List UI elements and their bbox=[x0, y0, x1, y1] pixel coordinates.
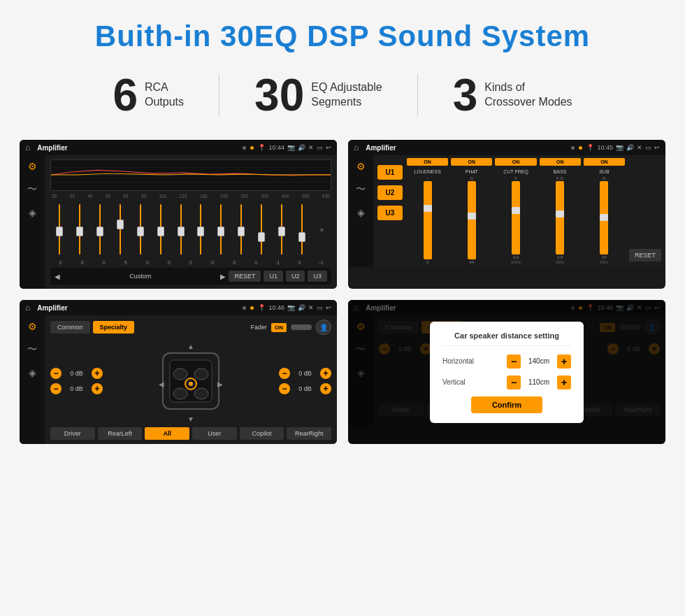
crossover-status-bar: ⌂ Amplifier 📍 10:45 📷 🔊 ✕ ▭ ↩ bbox=[348, 140, 665, 155]
vertical-plus-btn[interactable]: + bbox=[557, 375, 571, 389]
confirm-button[interactable]: Confirm bbox=[471, 396, 542, 413]
fader-avatar: 👤 bbox=[316, 320, 331, 335]
slider-10[interactable] bbox=[232, 204, 251, 255]
crossover-sidebar-icon-3[interactable]: ◈ bbox=[357, 207, 365, 218]
horizontal-plus-btn[interactable]: + bbox=[557, 354, 571, 368]
crossover-sidebar-icon-2[interactable]: 〜 bbox=[356, 183, 366, 196]
slider-6[interactable] bbox=[151, 204, 170, 255]
crossover-channels: ON LOUDNESS ~ 0 bbox=[407, 158, 625, 264]
crossover-content: ⚙ 〜 ◈ U1 U2 U3 ON bbox=[348, 155, 665, 267]
slider-12[interactable] bbox=[272, 204, 291, 255]
horizontal-stepper: − 140cm + bbox=[507, 354, 571, 368]
db-row-2: − 0 dB + bbox=[50, 383, 103, 394]
eq-main: 25 32 40 50 63 80 100 125 160 200 250 32… bbox=[45, 155, 337, 289]
u2-btn[interactable]: U2 bbox=[286, 271, 305, 282]
status-dot-2 bbox=[250, 146, 254, 150]
slider-13[interactable] bbox=[292, 204, 311, 255]
volume-icon: 🔊 bbox=[298, 144, 305, 151]
rearleft-btn[interactable]: RearLeft bbox=[98, 427, 143, 440]
crossover-status-icons: 📍 10:45 📷 🔊 ✕ ▭ ↩ bbox=[586, 144, 660, 151]
distance-dialog: Car speaker distance setting Horizontal … bbox=[430, 322, 584, 423]
db-minus-3[interactable]: − bbox=[279, 368, 290, 379]
rearright-btn[interactable]: RearRight bbox=[287, 427, 331, 440]
copilot-btn[interactable]: Copilot bbox=[240, 427, 284, 440]
channel-loudness: ON LOUDNESS ~ 0 bbox=[407, 158, 448, 264]
user-btn[interactable]: User bbox=[192, 427, 237, 440]
u1-crossover-btn[interactable]: U1 bbox=[377, 165, 403, 180]
freq-63: 63 bbox=[123, 194, 128, 199]
eq-controls: ◀ Custom ▶ RESET U1 U2 U3 bbox=[50, 268, 331, 285]
slider-11[interactable] bbox=[252, 204, 271, 255]
slider-1[interactable] bbox=[50, 204, 69, 255]
fader-label: Fader bbox=[250, 324, 267, 331]
svg-text:▶: ▶ bbox=[217, 380, 223, 388]
eq-sidebar-vol-icon[interactable]: ◈ bbox=[29, 207, 36, 218]
distance-screen-card: ⌂ Amplifier 📍 10:46 📷 🔊 ✕ ▭ ↩ ⚙ 〜 bbox=[348, 300, 665, 444]
status-dot-1 bbox=[243, 146, 246, 150]
battery-icon: ▭ bbox=[317, 144, 323, 151]
slider-9[interactable] bbox=[212, 204, 231, 255]
speaker-sidebar-icon-3[interactable]: ◈ bbox=[29, 367, 36, 378]
speaker-screen-card: ⌂ Amplifier 📍 10:46 📷 🔊 ✕ ▭ ↩ ⚙ 〜 bbox=[20, 300, 337, 444]
crossover-reset-btn[interactable]: RESET bbox=[629, 249, 661, 262]
u2-crossover-btn[interactable]: U2 bbox=[377, 185, 403, 200]
freq-80: 80 bbox=[141, 194, 146, 199]
location-icon-3: 📍 bbox=[258, 304, 266, 311]
phat-header: ON bbox=[451, 158, 492, 166]
db-plus-4[interactable]: + bbox=[320, 383, 331, 394]
battery-icon-3: ▭ bbox=[317, 304, 323, 311]
prev-arrow[interactable]: ◀ bbox=[55, 273, 60, 280]
speaker-sidebar-icon-2[interactable]: 〜 bbox=[27, 343, 37, 356]
fader-slider[interactable] bbox=[291, 324, 312, 330]
u1-btn[interactable]: U1 bbox=[264, 271, 283, 282]
channel-phat: ON PHAT G 64 bbox=[451, 158, 492, 264]
status-dot-3 bbox=[571, 146, 575, 150]
reset-btn[interactable]: RESET bbox=[229, 271, 261, 282]
all-btn[interactable]: All bbox=[145, 427, 189, 440]
eq-status-icons: 📍 10:44 📷 🔊 ✕ ▭ ↩ bbox=[258, 144, 331, 151]
db-controls-left: − 0 dB + − 0 dB + bbox=[50, 368, 103, 394]
close-icon-2: ✕ bbox=[637, 144, 642, 151]
stat-number-eq: 30 bbox=[254, 73, 304, 117]
channel-cutfreq: ON CUT FREQ F 3.0 100Hz bbox=[495, 158, 536, 264]
db-minus-2[interactable]: − bbox=[50, 383, 62, 394]
slider-5[interactable] bbox=[131, 204, 150, 255]
db-row-3: − 0 dB + bbox=[279, 368, 331, 379]
speaker-sidebar: ⚙ 〜 ◈ bbox=[20, 315, 45, 444]
db-minus-4[interactable]: − bbox=[279, 383, 290, 394]
close-icon-3: ✕ bbox=[308, 304, 314, 311]
db-plus-1[interactable]: + bbox=[92, 368, 103, 379]
sub-header: ON bbox=[584, 158, 625, 166]
db-plus-3[interactable]: + bbox=[320, 368, 331, 379]
u3-btn[interactable]: U3 bbox=[308, 271, 327, 282]
eq-sidebar-tune-icon[interactable]: ⚙ bbox=[28, 161, 37, 172]
db-val-1: 0 dB bbox=[64, 370, 89, 377]
stat-eq: 30 EQ Adjustable Segments bbox=[219, 73, 417, 117]
horizontal-minus-btn[interactable]: − bbox=[507, 354, 521, 368]
close-icon: ✕ bbox=[308, 144, 314, 151]
speaker-sidebar-icon-1[interactable]: ⚙ bbox=[28, 321, 37, 332]
slider-8[interactable] bbox=[192, 204, 210, 255]
home-icon: ⌂ bbox=[25, 143, 30, 152]
crossover-sidebar-icon-1[interactable]: ⚙ bbox=[356, 161, 366, 172]
eq-sliders: » bbox=[50, 201, 331, 257]
back-icon: ↩ bbox=[326, 144, 331, 151]
db-plus-2[interactable]: + bbox=[92, 383, 103, 394]
slider-7[interactable] bbox=[171, 204, 190, 255]
driver-btn[interactable]: Driver bbox=[50, 427, 95, 440]
next-arrow[interactable]: ▶ bbox=[220, 273, 226, 280]
slider-3[interactable] bbox=[91, 204, 110, 255]
slider-2[interactable] bbox=[71, 204, 89, 255]
eq-screen-card: ⌂ Amplifier 📍 10:44 📷 🔊 ✕ ▭ ↩ ⚙ 〜 bbox=[20, 140, 337, 289]
u3-crossover-btn[interactable]: U3 bbox=[377, 206, 403, 220]
channel-bass: ON BASS F G 3.0 80Hz bbox=[540, 158, 581, 264]
specialty-tab[interactable]: Specialty bbox=[93, 321, 135, 334]
slider-4[interactable] bbox=[111, 204, 130, 255]
vertical-minus-btn[interactable]: − bbox=[507, 375, 521, 389]
common-tab[interactable]: Common bbox=[50, 321, 90, 334]
back-icon-2: ↩ bbox=[654, 144, 660, 151]
db-minus-1[interactable]: − bbox=[50, 368, 62, 379]
eq-sidebar-wave-icon[interactable]: 〜 bbox=[27, 183, 37, 196]
home-icon-3: ⌂ bbox=[25, 303, 30, 313]
stat-number-rca: 6 bbox=[113, 73, 138, 117]
